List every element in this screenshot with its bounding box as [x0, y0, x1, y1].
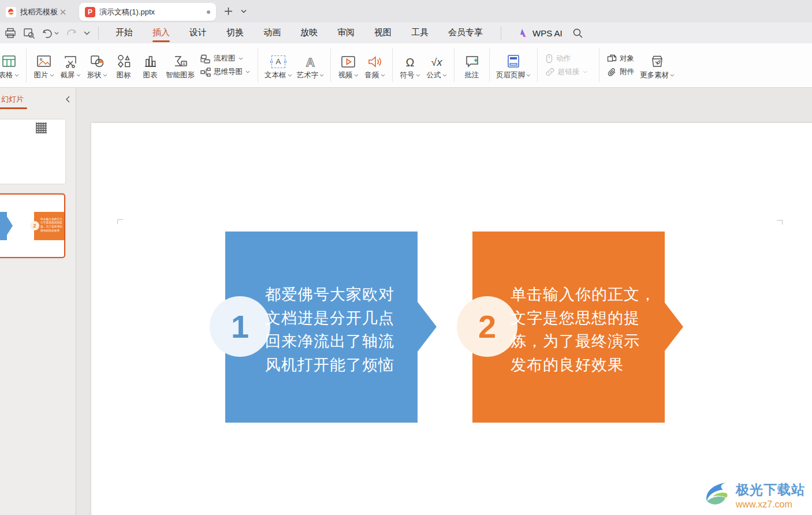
formula-icon: √x [431, 51, 442, 68]
shapes-label: 形状 [87, 70, 102, 80]
shapes-button[interactable]: 形状 [84, 47, 110, 84]
action-label: 动作 [556, 54, 571, 64]
divider [392, 48, 393, 82]
step1-text[interactable]: 都爱佛号大家欧对 文档进是分开几点 回来净流出了轴流 风机打开能了烦恼 [265, 283, 394, 376]
flowchart-button[interactable]: 流程图 [200, 54, 250, 64]
menu-animation[interactable]: 动画 [254, 23, 290, 43]
more-assets-button[interactable]: 更多素材 [638, 47, 677, 84]
step2-text[interactable]: 单击输入你的正文， 文字是您思想的提 炼，为了最终演示 发布的良好效果 [511, 283, 656, 376]
menu-bar: 开始 插入 设计 切换 动画 放映 审阅 视图 工具 会员专享 WPS AI [0, 23, 812, 43]
wps-presentation-window: 找稻壳模板 P 演示文稿(1).pptx [0, 0, 812, 515]
chevron-down-icon [442, 74, 447, 77]
chevron-down-icon [583, 70, 587, 73]
smart-graphic-label: 智能图形 [166, 70, 195, 80]
chart-icon [143, 51, 158, 68]
slides-panel-title: 幻灯片 [0, 94, 24, 105]
chart-button[interactable]: 图表 [137, 47, 163, 84]
chevron-down-icon [416, 74, 420, 77]
symbol-button[interactable]: Ω 符号 [397, 47, 423, 84]
qr-code-image [36, 122, 47, 133]
menu-review[interactable]: 审阅 [327, 23, 364, 43]
screenshot-button[interactable]: 截屏 [57, 47, 84, 84]
search-icon[interactable] [573, 28, 583, 38]
undo-button[interactable] [42, 28, 59, 38]
symbol-label: 符号 [400, 70, 415, 80]
flowchart-label: 流程图 [214, 54, 236, 64]
wordart-button[interactable]: A 艺术字 [295, 47, 327, 84]
menu-home[interactable]: 开始 [106, 23, 143, 43]
slide-page[interactable] [91, 123, 812, 515]
collapse-panel-icon[interactable] [65, 96, 70, 103]
menu-design[interactable]: 设计 [180, 23, 217, 43]
textbox-label: 文本框 [265, 70, 286, 80]
menu-slideshow[interactable]: 放映 [290, 23, 327, 43]
wps-ai-button[interactable]: WPS AI [517, 28, 563, 38]
redo-button[interactable] [66, 28, 77, 38]
textbox-button[interactable]: A 文本框 [262, 47, 295, 84]
tab-docer-template[interactable]: 找稻壳模板 [0, 3, 75, 21]
table-button[interactable]: 表格 [0, 47, 22, 84]
close-tab-icon[interactable] [60, 9, 69, 15]
menu-tools[interactable]: 工具 [401, 23, 438, 43]
icons-button[interactable]: 图标 [110, 47, 137, 84]
menu-transition[interactable]: 切换 [217, 23, 254, 43]
formula-button[interactable]: √x 公式 [423, 47, 450, 84]
wps-ai-label: WPS AI [532, 28, 563, 38]
hyperlink-label: 超链接 [558, 67, 580, 77]
slide-thumbnail-2[interactable]: 2 单击输入你的正文， 文字是您思想的提 炼，为了最终演示 发布的良好效果 [0, 193, 65, 258]
print-preview-button[interactable] [23, 28, 35, 39]
thumbnail-step1-shape [0, 212, 7, 240]
action-button[interactable]: 动作 [545, 54, 591, 64]
chevron-down-icon [103, 74, 107, 77]
divider [26, 48, 27, 82]
video-button[interactable]: 视频 [335, 47, 362, 84]
chevron-down-icon [50, 74, 54, 77]
chevron-down-icon [354, 74, 359, 77]
slide-thumbnail-1[interactable] [0, 120, 65, 184]
hyperlink-button[interactable]: 超链接 [545, 67, 591, 77]
video-label: 视频 [338, 70, 353, 80]
undo-dropdown-chevron-icon[interactable] [54, 32, 59, 35]
thumbnail-step2-text: 单击输入你的正文， 文字是您思想的提 炼，为了最终演示 发布的良好效果 [40, 217, 65, 233]
mindmap-icon [200, 68, 211, 77]
divider [258, 48, 258, 82]
comment-button[interactable]: 批注 [459, 47, 485, 84]
chevron-down-icon [319, 74, 324, 77]
audio-button[interactable]: 音频 [362, 47, 388, 84]
more-commands-chevron-icon[interactable] [84, 31, 90, 35]
placeholder-corner-mark [117, 219, 123, 224]
divider [98, 27, 99, 39]
attachment-button[interactable]: 附件 [607, 67, 634, 77]
divider [537, 48, 538, 82]
chevron-down-icon [14, 74, 19, 77]
icons-label: 图标 [117, 70, 131, 80]
menu-insert[interactable]: 插入 [143, 23, 180, 43]
smart-graphic-button[interactable]: 智能图形 [163, 47, 197, 84]
tab-label: 找稻壳模板 [20, 7, 60, 17]
print-button[interactable] [5, 28, 16, 39]
object-label: 对象 [620, 54, 634, 64]
wordart-icon: A [306, 51, 315, 68]
mindmap-button[interactable]: 思维导图 [200, 67, 250, 77]
attachment-icon [607, 68, 617, 77]
picture-button[interactable]: 图片 [31, 47, 57, 84]
header-footer-button[interactable]: 页眉页脚 [494, 47, 533, 84]
tab-presentation-file[interactable]: P 演示文稿(1).pptx [79, 3, 216, 21]
menu-member[interactable]: 会员专享 [438, 23, 493, 43]
slides-panel: 幻灯片 2 单击输入你的正文， 文字是您思想的提 炼，为了最终演示 发布的良好效… [0, 88, 76, 515]
main-menu: 开始 插入 设计 切换 动画 放映 审阅 视图 工具 会员专享 [106, 23, 493, 43]
site-watermark: 极光下载站 www.xz7.com [700, 480, 805, 510]
tab-list-chevron-icon[interactable] [241, 9, 247, 13]
mindmap-label: 思维导图 [214, 67, 243, 77]
step2-number-badge: 2 [457, 296, 517, 357]
chevron-down-icon [239, 57, 243, 60]
thumbnail-step1-arrow [7, 217, 13, 235]
object-button[interactable]: 对象 [607, 54, 634, 64]
header-footer-label: 页眉页脚 [496, 70, 525, 80]
tab-label: 演示文稿(1).pptx [99, 7, 203, 17]
chevron-down-icon [288, 74, 292, 77]
action-icon [545, 54, 553, 64]
menu-view[interactable]: 视图 [364, 23, 401, 43]
screenshot-label: 截屏 [61, 70, 75, 80]
new-tab-button[interactable] [224, 7, 233, 16]
